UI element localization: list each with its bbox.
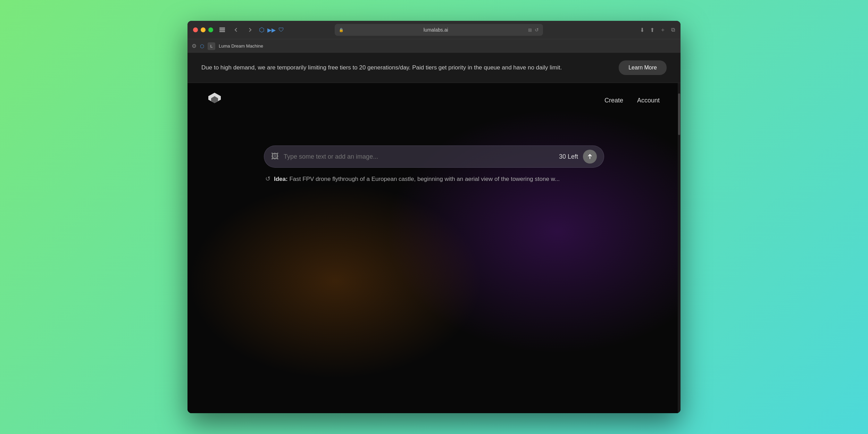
refresh-idea-icon[interactable]: ↺ [265,175,270,183]
main-area: Create Account 🖼 30 Left ↺ [187,83,681,413]
idea-row: ↺ Idea: Fast FPV drone flythrough of a E… [264,175,604,184]
tab-favicon-letter: L [210,44,213,48]
close-button[interactable] [193,27,198,32]
forward-button[interactable] [245,25,255,35]
app-logo[interactable] [208,93,221,108]
account-link[interactable]: Account [637,97,660,104]
share-icon[interactable]: ⬆ [650,27,654,33]
idea-content: Fast FPV drone flythrough of a European … [288,176,560,182]
extension-icon-2[interactable]: ▶▶ [267,27,276,33]
back-button[interactable] [231,25,241,35]
tab-title: Luma Dream Machine [219,43,263,49]
refresh-icon[interactable]: ↺ [535,27,539,33]
toolbar-icons: ⬇ ⬆ ＋ ⧉ [640,26,675,34]
extension-icon-3[interactable]: 🛡 [278,27,284,33]
tab-favicon: L [208,42,215,50]
maximize-button[interactable] [208,27,213,32]
traffic-lights [193,27,213,32]
extension-tab-icon[interactable]: ⬡ [200,43,204,49]
generation-counter: 30 Left [559,153,578,160]
download-icon[interactable]: ⬇ [640,27,644,33]
sidebar-toggle-button[interactable] [217,25,227,35]
svg-rect-1 [219,29,225,30]
svg-rect-0 [219,28,225,28]
tab-bar: ⚙ ⬡ L Luma Dream Machine [187,39,681,53]
background-gradient [187,83,681,413]
browser-chrome: ⬡ ▶▶ 🛡 🔒 lumalabs.ai ⊞ ↺ ⬇ ⬆ ＋ ⧉ ⚙ ⬡ [187,21,681,53]
submit-button[interactable] [583,150,597,164]
page-content: Due to high demand, we are temporarily l… [187,53,681,413]
idea-label: Idea: [274,176,288,182]
extension-settings-icon[interactable]: ⚙ [192,43,197,49]
windows-icon[interactable]: ⧉ [671,27,675,33]
nav-links: Create Account [604,97,660,104]
app-nav: Create Account [187,83,681,118]
address-bar[interactable]: 🔒 lumalabs.ai ⊞ ↺ [335,24,543,36]
learn-more-button[interactable]: Learn More [619,60,667,75]
image-upload-icon[interactable]: 🖼 [271,152,279,161]
idea-text: Idea: Fast FPV drone flythrough of a Eur… [274,175,560,184]
create-link[interactable]: Create [604,97,623,104]
svg-rect-2 [219,31,225,32]
browser-window: ⬡ ▶▶ 🛡 🔒 lumalabs.ai ⊞ ↺ ⬇ ⬆ ＋ ⧉ ⚙ ⬡ [187,21,681,413]
minimize-button[interactable] [201,27,206,32]
search-container: 🖼 30 Left [264,145,604,168]
url-text: lumalabs.ai [347,27,525,33]
announcement-text: Due to high demand, we are temporarily l… [201,63,583,72]
center-content: 🖼 30 Left ↺ Idea: Fast FPV drone flythro… [260,145,608,184]
translate-icon[interactable]: ⊞ [528,27,532,33]
extension-icon-1[interactable]: ⬡ [259,26,265,34]
announcement-banner: Due to high demand, we are temporarily l… [187,53,681,83]
lock-icon: 🔒 [339,28,344,32]
new-tab-icon[interactable]: ＋ [660,26,666,34]
prompt-input[interactable] [284,153,554,160]
scrollbar[interactable] [678,83,681,413]
title-bar: ⬡ ▶▶ 🛡 🔒 lumalabs.ai ⊞ ↺ ⬇ ⬆ ＋ ⧉ [187,21,681,39]
